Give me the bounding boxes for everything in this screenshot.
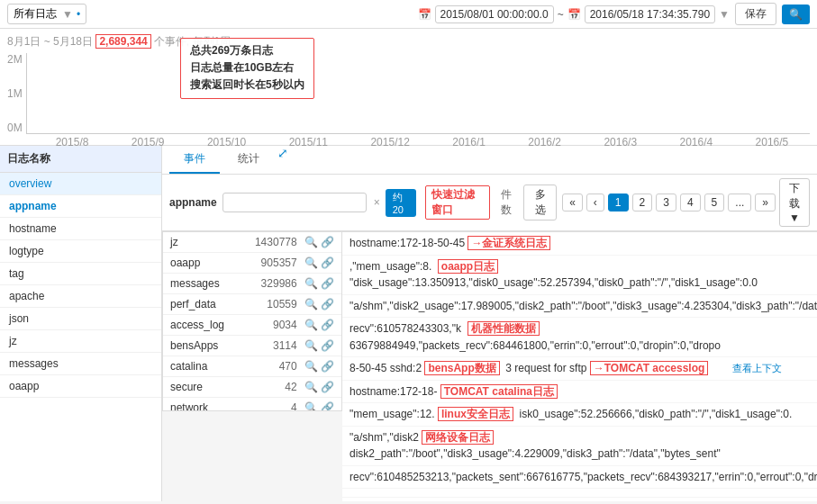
log-row-6: hostname:172-18- TOMCAT catalina日志 (342, 381, 817, 404)
filter-search-input[interactable] (222, 193, 367, 212)
dropdown-count-oaapp: 905357 (243, 256, 297, 269)
tab-stats[interactable]: 统计 (223, 146, 274, 174)
sidebar-item-hostname[interactable]: hostname (0, 218, 161, 240)
chevron-down-icon-2: ▼ (719, 8, 730, 21)
log-text-8a: "a/shm","disk2 (349, 431, 422, 444)
query-button[interactable]: 🔍 (782, 4, 810, 24)
log-text-1a: hostname:172-18-50-45 (349, 237, 468, 249)
dropdown-name-messages: messages (170, 277, 243, 290)
dropdown-name-access-log: access_log (170, 319, 243, 331)
sidebar-item-tag[interactable]: tag (0, 263, 161, 285)
tab-events[interactable]: 事件 (169, 146, 220, 174)
dropdown-count-messages: 329986 (243, 277, 297, 290)
page-1-btn[interactable]: 1 (608, 194, 629, 212)
dropdown-name-oaapp: oaapp (170, 256, 243, 269)
dropdown-row-jz[interactable]: jz 1430778 🔍 🔗 (163, 232, 341, 253)
chart-subtitle: 8月1日 ~ 5月18日 2,689,344 个事件, 每列1周 (7, 34, 810, 50)
log-text-7b: isk0_usage":52.256666,"disk0_path":"/","… (520, 408, 793, 420)
multi-select-button[interactable]: 多选 (523, 184, 557, 220)
time-range: 📅 2015/08/01 00:00:00.0 ~ 📅 2016/05/18 1… (418, 5, 731, 23)
x-label-2: 2015/9 (132, 136, 165, 148)
log-text-8b: disk2_path":"/boot","disk3_usage":4.2290… (349, 447, 721, 460)
log-row-empty (342, 489, 817, 498)
x-label-3: 2015/10 (207, 136, 246, 148)
dropdown-row-oaapp[interactable]: oaapp 905357 🔍 🔗 (163, 253, 341, 274)
calendar-icon: 📅 (418, 8, 431, 21)
page-5-btn[interactable]: 5 (704, 194, 725, 212)
log-selector[interactable]: 所有日志 ▼ • (7, 4, 86, 24)
x-label-10: 2016/5 (756, 136, 789, 148)
pagination: « ‹ 1 2 3 4 5 ... » 下载▼ (562, 178, 810, 227)
log-annotation-8: 网络设备日志 (422, 430, 494, 445)
log-annotation-1: →金证系统日志 (468, 236, 550, 250)
log-row-3: "a/shm","disk2_usage":17.989005,"disk2_p… (342, 295, 817, 319)
sidebar-item-logtype[interactable]: logtype (0, 240, 161, 263)
dropdown-row-catalina[interactable]: catalina 470 🔍 🔗 (163, 356, 341, 377)
right-panel: 事件 统计 ⤢ appname × 约20 快速过滤窗口 件数 多选 « ‹ 1… (162, 146, 817, 501)
chart-area: 8月1日 ~ 5月18日 2,689,344 个事件, 每列1周 2M 1M 0… (0, 29, 817, 146)
top-bar-right: 📅 2015/08/01 00:00:00.0 ~ 📅 2016/05/18 1… (418, 3, 811, 25)
dropdown-row-network[interactable]: network 4 🔍 🔗 (163, 398, 341, 411)
page-4-btn[interactable]: 4 (680, 194, 701, 212)
sidebar-item-overview[interactable]: overview (0, 173, 161, 195)
dropdown-row-bensapps[interactable]: bensApps 3114 🔍 🔗 (163, 336, 341, 356)
annotation-box: 总共269万条日志 日志总量在10GB左右 搜索返回时长在5秒以内 (180, 38, 314, 99)
download-button[interactable]: 下载▼ (779, 178, 810, 227)
dropdown-count-network: 4 (243, 401, 297, 411)
main-area: 日志名称 overview appname hostname logtype t… (0, 146, 817, 501)
dropdown-icons-catalina: 🔍 🔗 (304, 360, 334, 373)
log-text-4b: 63679884949,"packets_recv":684461800,"er… (349, 339, 721, 352)
event-count-label: 件数 (501, 187, 518, 218)
page-prev-btn[interactable]: « (562, 194, 583, 212)
annotation-line1: 总共269万条日志 (190, 42, 304, 59)
y-label-0m: 0M (7, 122, 23, 134)
sidebar: 日志名称 overview appname hostname logtype t… (0, 146, 162, 501)
sidebar-item-apache[interactable]: apache (0, 285, 161, 308)
log-annotation-6: TOMCAT catalina日志 (440, 384, 558, 399)
log-text-5b: 3 request for sftp (505, 362, 589, 374)
filter-area: appname × 约20 快速过滤窗口 件数 多选 « ‹ 1 2 3 4 5… (162, 175, 817, 231)
dropdown-icons-access-log: 🔍 🔗 (304, 319, 334, 331)
dropdown-name-perf-data: perf_data (170, 298, 243, 310)
sidebar-item-appname[interactable]: appname (0, 195, 161, 218)
sidebar-item-json[interactable]: json (0, 308, 161, 330)
log-row-11: hostname:172-18-50-45 tag:linux (342, 498, 817, 501)
x-label-4: 2015/11 (289, 136, 328, 148)
x-label-5: 2015/12 (370, 136, 409, 148)
dropdown-icons-network: 🔍 🔗 (304, 401, 334, 411)
calendar-icon-2: 📅 (567, 8, 581, 21)
time-end[interactable]: 2016/05/18 17:34:35.790 (585, 5, 715, 23)
dropdown-row-messages[interactable]: messages 329986 🔍 🔗 (163, 274, 341, 294)
content-area: jz 1430778 🔍 🔗 oaapp 905357 🔍 🔗 messages… (162, 231, 817, 501)
log-text-4a: recv":610578243303,"k (349, 322, 461, 335)
dropdown-row-secure[interactable]: secure 42 🔍 🔗 (163, 377, 341, 398)
dropdown-icons-jz: 🔍 🔗 (304, 236, 334, 248)
chart-date-range: 8月1日 ~ 5月18日 (7, 35, 95, 48)
page-dots-btn[interactable]: ... (728, 194, 751, 212)
page-next-btn[interactable]: » (755, 194, 776, 212)
page-prev2-btn[interactable]: ‹ (586, 194, 604, 212)
page-3-btn[interactable]: 3 (656, 194, 676, 212)
dropdown-row-access-log[interactable]: access_log 9034 🔍 🔗 (163, 315, 341, 336)
dropdown-count-secure: 42 (243, 381, 297, 393)
time-start[interactable]: 2015/08/01 00:00:00.0 (435, 5, 554, 23)
log-row-1: hostname:172-18-50-45 →金证系统日志 (342, 232, 817, 256)
dropdown-count-bensapps: 3114 (243, 339, 297, 352)
log-annotation-5a: bensApp数据 (424, 361, 499, 375)
sidebar-item-oaapp[interactable]: oaapp (0, 375, 161, 398)
sidebar-item-jz[interactable]: jz (0, 330, 161, 353)
x-label-7: 2016/2 (528, 136, 561, 148)
view-context-5[interactable]: 查看上下文 (732, 363, 782, 374)
save-button[interactable]: 保存 (735, 3, 776, 25)
dropdown-count-perf-data: 10559 (243, 298, 297, 310)
dropdown-icons-bensapps: 🔍 🔗 (304, 339, 334, 352)
dropdown-row-perf-data[interactable]: perf_data 10559 🔍 🔗 (163, 294, 341, 315)
log-text-2a: ,"mem_usage":8. (349, 260, 431, 273)
filter-close[interactable]: × (374, 196, 380, 209)
dropdown-icons-messages: 🔍 🔗 (304, 277, 334, 290)
expand-icon[interactable]: ⤢ (277, 146, 288, 174)
page-2-btn[interactable]: 2 (632, 194, 653, 212)
sidebar-item-messages[interactable]: messages (0, 353, 161, 375)
log-row-4: recv":610578243303,"k 机器性能数据 63679884949… (342, 318, 817, 357)
search-icon: 🔍 (789, 8, 803, 21)
